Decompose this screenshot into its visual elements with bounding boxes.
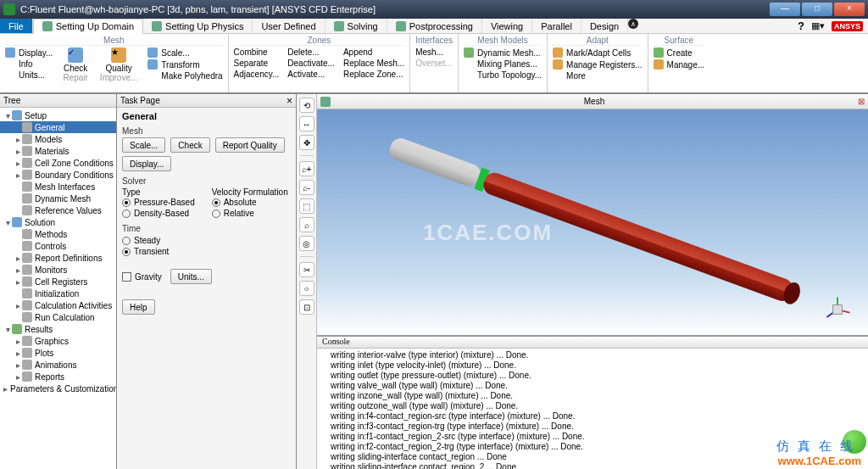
turbo-topology-button[interactable]: Turbo Topology... xyxy=(464,70,542,80)
view-tool-4[interactable]: ⌕- xyxy=(299,180,314,195)
tree-item-calculation-activities[interactable]: ▸Calculation Activities xyxy=(0,299,116,311)
units-button[interactable]: Units... xyxy=(5,70,45,80)
tree-item-controls[interactable]: Controls xyxy=(0,240,116,252)
tab-setting-domain[interactable]: Setting Up Domain xyxy=(33,19,143,34)
type-pressure-radio[interactable]: Pressure-Based xyxy=(122,197,195,208)
view-tool-5[interactable]: ⬚ xyxy=(299,198,314,214)
combine-button[interactable]: Combine xyxy=(234,47,268,57)
tab-solving[interactable]: Solving xyxy=(326,19,387,33)
units-button[interactable]: Units... xyxy=(170,269,212,284)
info-button[interactable]: Info xyxy=(5,59,33,69)
tree-item-graphics[interactable]: ▸Graphics xyxy=(0,335,116,347)
tree-item-initialization[interactable]: Initialization xyxy=(0,288,116,299)
time-transient-radio[interactable]: Transient xyxy=(122,246,291,257)
mixing-planes-button[interactable]: Mixing Planes... xyxy=(464,59,537,69)
replace-zone-button[interactable]: Replace Zone... xyxy=(343,70,403,79)
scale-button[interactable]: Scale... xyxy=(122,137,165,153)
manage-registers-button[interactable]: Manage Registers... xyxy=(553,59,643,70)
velocity-relative-radio[interactable]: Relative xyxy=(212,208,288,219)
tree-item-reports[interactable]: ▸Reports xyxy=(0,371,116,382)
tab-file[interactable]: File xyxy=(0,19,33,33)
view-tool-6[interactable]: ⌕ xyxy=(299,217,314,232)
tab-setting-physics[interactable]: Setting Up Physics xyxy=(143,19,253,33)
view-tool-10[interactable]: ⊡ xyxy=(299,299,314,315)
tree-item-monitors[interactable]: ▸Monitors xyxy=(0,264,116,276)
layout-icon[interactable]: ▦▾ xyxy=(811,20,825,31)
watermark: 1CAE.COM xyxy=(423,220,553,246)
polyhedra-button[interactable]: Make Polyhedra xyxy=(147,71,222,81)
tree-item-report-definitions[interactable]: ▸Report Definitions xyxy=(0,252,116,264)
tree-item-cell-registers[interactable]: ▸Cell Registers xyxy=(0,276,116,288)
tree-item-solution[interactable]: ▾Solution xyxy=(0,216,116,228)
tab-viewing[interactable]: Viewing xyxy=(482,19,532,33)
quality-button[interactable]: ★QualityImprove... xyxy=(98,47,139,82)
delete-button[interactable]: Delete... xyxy=(287,47,319,57)
radio-icon xyxy=(212,209,220,218)
separate-button[interactable]: Separate xyxy=(234,59,269,68)
gravity-checkbox[interactable]: Gravity xyxy=(122,272,162,282)
window-title: C:Fluent Fluent@wh-baojianye-PC [3d, pbn… xyxy=(20,4,768,14)
replace-mesh-button[interactable]: Replace Mesh... xyxy=(343,59,404,68)
view-tool-3[interactable]: ⌕+ xyxy=(299,161,314,176)
tree-item-plots[interactable]: ▸Plots xyxy=(0,347,116,359)
display-button[interactable]: Display... xyxy=(5,47,53,58)
tab-postprocessing[interactable]: Postprocessing xyxy=(387,19,482,33)
chat-bubble-icon[interactable] xyxy=(843,430,866,454)
scale-button[interactable]: Scale... xyxy=(147,47,189,58)
display-button[interactable]: Display... xyxy=(122,156,171,171)
tree-item-setup[interactable]: ▾Setup xyxy=(0,109,116,121)
adjacency-button[interactable]: Adjacency... xyxy=(234,70,280,79)
tree-item-general[interactable]: General xyxy=(0,121,116,133)
view-tool-2[interactable]: ✥ xyxy=(299,135,314,150)
tree[interactable]: ▾SetupGeneral▸Models▸Materials▸Cell Zone… xyxy=(0,108,116,469)
view-tool-7[interactable]: ◎ xyxy=(299,236,314,251)
tab-user-defined[interactable]: User Defined xyxy=(253,19,325,33)
tab-parallel[interactable]: Parallel xyxy=(532,19,581,33)
tree-item-models[interactable]: ▸Models xyxy=(0,133,116,145)
tree-item-boundary-conditions[interactable]: ▸Boundary Conditions xyxy=(0,169,116,181)
tree-item-methods[interactable]: Methods xyxy=(0,228,116,240)
view-tool-1[interactable]: ↔ xyxy=(299,116,314,131)
tree-item-mesh-interfaces[interactable]: Mesh Interfaces xyxy=(0,181,116,193)
maximize-button[interactable]: □ xyxy=(802,3,832,16)
adapt-more-button[interactable]: More xyxy=(553,71,586,81)
close-button[interactable]: × xyxy=(834,3,865,16)
tree-item-parameters-customization[interactable]: ▸Parameters & Customization xyxy=(0,382,116,394)
scene-3d[interactable]: 1CAE.COM xyxy=(317,109,868,335)
help-icon[interactable]: ? xyxy=(798,20,804,32)
mesh-interfaces-button[interactable]: Mesh... xyxy=(415,47,443,57)
view-tool-8[interactable]: ✂ xyxy=(299,262,314,277)
activate-button[interactable]: Activate... xyxy=(287,70,325,79)
check-button[interactable]: Check xyxy=(170,137,209,153)
tab-design[interactable]: Design xyxy=(581,19,628,33)
report-quality-button[interactable]: Report Quality xyxy=(215,137,285,153)
view-tool-0[interactable]: ⟲ xyxy=(299,98,314,113)
deactivate-button[interactable]: Deactivate... xyxy=(287,59,335,68)
time-steady-radio[interactable]: Steady xyxy=(122,235,291,246)
tree-item-run-calculation[interactable]: Run Calculation xyxy=(0,311,116,323)
check-button[interactable]: ✓CheckRepair xyxy=(61,47,89,82)
tree-item-materials[interactable]: ▸Materials xyxy=(0,145,116,157)
transform-button[interactable]: Transform xyxy=(147,59,199,70)
view-tool-9[interactable]: ○ xyxy=(299,281,314,296)
collapse-ribbon-button[interactable]: ∧ xyxy=(628,19,638,29)
tree-item-reference-values[interactable]: Reference Values xyxy=(0,204,116,216)
dynamic-mesh-button[interactable]: Dynamic Mesh... xyxy=(464,47,540,58)
tree-item-results[interactable]: ▾Results xyxy=(0,323,116,335)
task-close-icon[interactable]: × xyxy=(287,97,292,105)
velocity-absolute-radio[interactable]: Absolute xyxy=(212,197,288,208)
tree-item-cell-zone-conditions[interactable]: ▸Cell Zone Conditions xyxy=(0,157,116,169)
type-density-radio[interactable]: Density-Based xyxy=(122,208,195,219)
help-button[interactable]: Help xyxy=(122,299,155,315)
mark-adapt-button[interactable]: Mark/Adapt Cells xyxy=(553,47,631,58)
tree-item-dynamic-mesh[interactable]: Dynamic Mesh xyxy=(0,193,116,204)
create-surface-button[interactable]: Create xyxy=(654,47,693,58)
minimize-button[interactable]: — xyxy=(770,3,800,16)
append-button[interactable]: Append xyxy=(343,47,372,57)
manage-surface-button[interactable]: Manage... xyxy=(654,59,704,70)
viewport-close-icon[interactable]: ⊠ xyxy=(858,97,865,106)
ribbon: Mesh Display... Info Units... ✓CheckRepa… xyxy=(0,34,868,93)
tree-panel: Tree ▾SetupGeneral▸Models▸Materials▸Cell… xyxy=(0,94,117,469)
tree-item-animations[interactable]: ▸Animations xyxy=(0,359,116,371)
console-output[interactable]: writing interior-valve (type interior) (… xyxy=(317,349,868,469)
